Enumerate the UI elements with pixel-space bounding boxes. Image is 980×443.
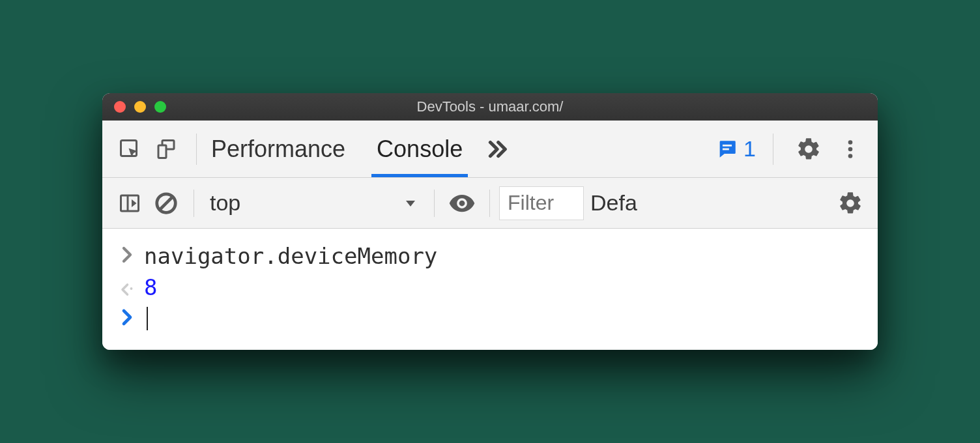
console-settings-gear-icon[interactable] [832, 185, 869, 222]
console-toolbar: top Defa [102, 178, 878, 229]
console-input-text: navigator.deviceMemory [144, 243, 437, 269]
svg-marker-13 [406, 201, 415, 207]
svg-point-5 [848, 140, 853, 145]
svg-point-14 [130, 287, 133, 290]
clear-console-icon[interactable] [148, 185, 184, 222]
console-result-value: 8 [144, 274, 157, 300]
toolbar-separator [773, 134, 773, 165]
window-title: DevTools - umaar.com/ [417, 98, 564, 115]
svg-marker-10 [132, 199, 137, 207]
toolbar-separator [196, 134, 197, 165]
console-prompt-line[interactable] [102, 303, 878, 334]
toolbar-right-group: 1 [716, 131, 869, 167]
prompt-marker-icon [121, 243, 144, 269]
settings-gear-icon[interactable] [790, 131, 827, 167]
messages-count: 1 [743, 136, 756, 162]
svg-rect-3 [723, 144, 732, 146]
more-menu-icon[interactable] [832, 131, 869, 167]
context-label: top [210, 190, 240, 216]
svg-rect-4 [723, 148, 729, 150]
chevron-down-icon [403, 195, 418, 211]
messages-badge[interactable]: 1 [716, 136, 756, 162]
toolbar-separator [489, 190, 490, 217]
svg-line-12 [160, 197, 173, 209]
log-level-selector[interactable]: Defa [590, 190, 637, 216]
device-toolbar-icon[interactable] [148, 131, 184, 167]
text-cursor [147, 307, 148, 330]
tab-strip: Performance Console [209, 121, 465, 177]
tab-label: Console [377, 136, 463, 163]
devtools-window: DevTools - umaar.com/ Performance Consol… [102, 93, 878, 350]
close-icon[interactable] [114, 101, 126, 113]
svg-point-7 [848, 154, 853, 158]
toolbar-separator [194, 190, 194, 217]
console-input-line: navigator.deviceMemory [102, 240, 878, 272]
execution-context-selector[interactable]: top [203, 190, 425, 216]
tab-performance[interactable]: Performance [209, 121, 348, 177]
window-controls [114, 101, 166, 113]
active-prompt-marker-icon [121, 306, 144, 332]
console-result-line: 8 [102, 272, 878, 303]
inspect-element-icon[interactable] [111, 131, 148, 167]
tab-label: Performance [211, 136, 345, 163]
tab-console[interactable]: Console [374, 121, 465, 177]
console-output: navigator.deviceMemory 8 [102, 229, 878, 350]
main-toolbar: Performance Console 1 [102, 121, 878, 178]
svg-point-6 [848, 147, 853, 151]
svg-rect-2 [158, 145, 166, 158]
more-tabs-button[interactable] [483, 136, 511, 163]
minimize-icon[interactable] [134, 101, 146, 113]
window-titlebar: DevTools - umaar.com/ [102, 93, 878, 121]
return-marker-icon [121, 274, 144, 300]
filter-input[interactable] [499, 186, 584, 220]
sidebar-toggle-icon[interactable] [111, 185, 148, 222]
toolbar-separator [434, 190, 435, 217]
live-expression-icon[interactable] [444, 185, 480, 222]
maximize-icon[interactable] [154, 101, 166, 113]
